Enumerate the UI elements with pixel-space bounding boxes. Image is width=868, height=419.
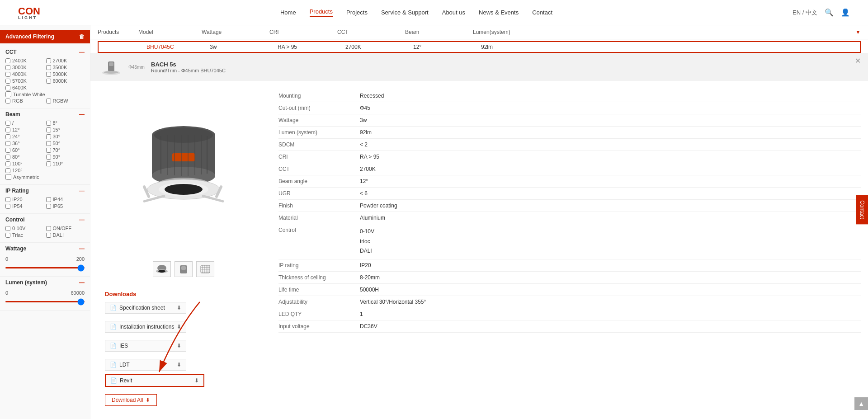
revit-download-btn[interactable]: ⬇ bbox=[194, 377, 199, 384]
scroll-indicator[interactable]: ▲ bbox=[854, 397, 868, 410]
spec-sheet-download-btn[interactable]: ⬇ bbox=[177, 305, 181, 311]
lumen-slider[interactable] bbox=[5, 301, 85, 302]
user-icon[interactable]: 👤 bbox=[841, 8, 850, 17]
cct-2400k[interactable]: 2400K bbox=[5, 58, 44, 63]
ip54[interactable]: IP54 bbox=[5, 203, 44, 209]
spec-label-ip: IP rating bbox=[278, 262, 360, 268]
ldt-download-btn[interactable]: ⬇ bbox=[177, 362, 181, 368]
thumb-2[interactable] bbox=[175, 261, 193, 277]
col-header-cct: CCT bbox=[337, 29, 405, 35]
specs-panel: Mounting Recessed Cut-out (mm) Φ45 Watta… bbox=[278, 85, 861, 415]
nav-news[interactable]: News & Events bbox=[479, 9, 519, 16]
cct-2700k[interactable]: 2700K bbox=[46, 58, 85, 63]
beam-slash[interactable]: / bbox=[5, 120, 44, 126]
download-install-instructions[interactable]: 📄 Installation instructions ⬇ bbox=[105, 321, 186, 333]
sidebar-delete-icon[interactable]: 🗑 bbox=[79, 33, 85, 40]
download-all-button[interactable]: Download All ⬇ bbox=[105, 394, 157, 406]
beam-8[interactable]: 8° bbox=[46, 120, 85, 126]
ip65[interactable]: IP65 bbox=[46, 203, 85, 209]
cct-5700k[interactable]: 5700K bbox=[5, 78, 44, 84]
cct-6400k[interactable]: 6400K bbox=[5, 85, 44, 90]
nav-about[interactable]: About us bbox=[442, 9, 465, 16]
svg-rect-14 bbox=[143, 195, 165, 203]
beam-100[interactable]: 100° bbox=[5, 161, 44, 166]
beam-110[interactable]: 110° bbox=[46, 161, 85, 166]
spec-value-wattage: 3w bbox=[360, 117, 861, 123]
download-ies[interactable]: 📄 IES ⬇ bbox=[105, 340, 186, 352]
beam-24[interactable]: 24° bbox=[5, 134, 44, 139]
beam-36[interactable]: 36° bbox=[5, 141, 44, 146]
beam-15[interactable]: 15° bbox=[46, 127, 85, 132]
spec-adjustability: Adjustability Vertical 30°/Horizontal 35… bbox=[278, 296, 861, 308]
spec-value-cri: RA > 95 bbox=[360, 154, 861, 160]
collapse-lumen-icon[interactable]: — bbox=[79, 279, 85, 286]
collapse-beam-icon[interactable]: — bbox=[79, 111, 85, 118]
ctrl-onoff[interactable]: ON/OFF bbox=[46, 226, 85, 231]
install-icon: 📄 bbox=[110, 324, 117, 330]
collapse-cct-icon[interactable]: — bbox=[79, 49, 85, 55]
selected-product-row[interactable]: BHU7045C 3w RA > 95 2700K 12° 92lm bbox=[98, 41, 861, 53]
wattage-labels: 0 200 bbox=[5, 256, 85, 262]
download-revit[interactable]: 📄 Revit ⬇ bbox=[105, 374, 204, 387]
product-image-container bbox=[107, 94, 260, 254]
collapse-control-icon[interactable]: — bbox=[79, 217, 85, 223]
svg-point-7 bbox=[154, 127, 213, 143]
ctrl-010v[interactable]: 0-10V bbox=[5, 226, 44, 231]
nav-home[interactable]: Home bbox=[280, 9, 296, 16]
table-filter-toggle[interactable]: ▼ bbox=[855, 29, 861, 35]
contact-side-button[interactable]: Contact bbox=[856, 195, 868, 224]
ip20[interactable]: IP20 bbox=[5, 197, 44, 202]
nav-projects[interactable]: Projects bbox=[346, 9, 368, 16]
beam-60[interactable]: 60° bbox=[5, 147, 44, 153]
wattage-slider[interactable] bbox=[5, 267, 85, 268]
beam-70[interactable]: 70° bbox=[46, 147, 85, 153]
cct-rgb-opt[interactable]: RGB bbox=[5, 98, 44, 104]
spec-value-control: 0-10V trioc DALI bbox=[360, 227, 861, 256]
cct-4000k[interactable]: 4000K bbox=[5, 71, 44, 77]
ip44[interactable]: IP44 bbox=[46, 197, 85, 202]
sidebar: Advanced Filtering 🗑 CCT — 2400K 2700K 3… bbox=[0, 25, 90, 419]
beam-50[interactable]: 50° bbox=[46, 141, 85, 146]
close-detail-button[interactable]: ✕ bbox=[855, 56, 861, 65]
beam-120[interactable]: 120° bbox=[5, 168, 44, 173]
beam-30[interactable]: 30° bbox=[46, 134, 85, 139]
ctrl-dali[interactable]: DALI bbox=[46, 232, 85, 238]
cct-6000k[interactable]: 6000K bbox=[46, 78, 85, 84]
revit-icon: 📄 bbox=[110, 377, 117, 384]
svg-point-17 bbox=[165, 184, 203, 195]
thumb-3[interactable] bbox=[196, 261, 214, 277]
cct-3500k[interactable]: 3500K bbox=[46, 65, 85, 70]
beam-80[interactable]: 80° bbox=[5, 154, 44, 160]
ies-download-btn[interactable]: ⬇ bbox=[177, 343, 181, 349]
cct-rgbw[interactable]: RGBW bbox=[46, 98, 85, 104]
selected-lumen: 92lm bbox=[481, 44, 853, 50]
filter-title-cct: CCT — bbox=[5, 49, 85, 55]
download-spec-sheet[interactable]: 📄 Specification sheet ⬇ bbox=[105, 302, 186, 314]
ctrl-triac[interactable]: Triac bbox=[5, 232, 44, 238]
nav-service[interactable]: Service & Support bbox=[381, 9, 429, 16]
collapse-ip-icon[interactable]: — bbox=[79, 188, 85, 194]
search-icon[interactable]: 🔍 bbox=[825, 8, 834, 17]
spec-label-material: Material bbox=[278, 215, 360, 221]
spec-label-voltage: Input voltage bbox=[278, 323, 360, 330]
language-selector[interactable]: EN / 中文 bbox=[793, 9, 817, 17]
install-download-btn[interactable]: ⬇ bbox=[177, 324, 181, 330]
beam-asymmetric[interactable]: Asymmetric bbox=[5, 174, 85, 180]
cct-5000k[interactable]: 5000K bbox=[46, 71, 85, 77]
spec-voltage: Input voltage DC36V bbox=[278, 320, 861, 333]
spec-finish: Finish Powder coating bbox=[278, 200, 861, 212]
spec-label-ugr: UGR bbox=[278, 190, 360, 197]
nav-products[interactable]: Products bbox=[310, 8, 333, 17]
spec-material: Material Aluminium bbox=[278, 212, 861, 224]
main-nav: Home Products Projects Service & Support… bbox=[280, 8, 552, 17]
cct-3000k[interactable]: 3000K bbox=[5, 65, 44, 70]
nav-contact[interactable]: Contact bbox=[532, 9, 552, 16]
beam-12[interactable]: 12° bbox=[5, 127, 44, 132]
cct-tunable[interactable]: Tunable White bbox=[5, 91, 85, 97]
thumb-1[interactable] bbox=[153, 261, 171, 277]
filter-section-control: Control — 0-10V ON/OFF Triac DALI bbox=[0, 214, 90, 243]
download-ldt[interactable]: 📄 LDT ⬇ bbox=[105, 359, 186, 371]
beam-90[interactable]: 90° bbox=[46, 154, 85, 160]
wattage-range: 0 200 bbox=[5, 254, 85, 272]
collapse-wattage-icon[interactable]: — bbox=[79, 245, 85, 252]
